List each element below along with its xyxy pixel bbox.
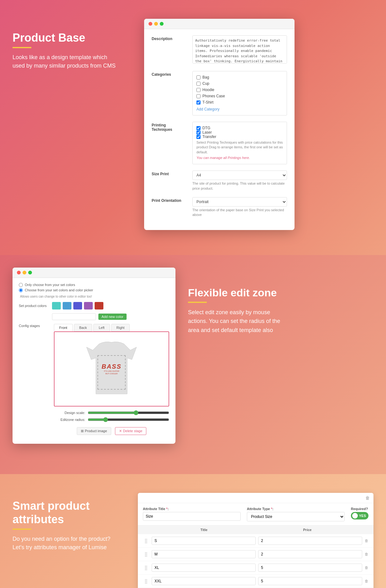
smart-text: Smart product attributes Do you need an … xyxy=(13,493,125,552)
row-m-title-input[interactable] xyxy=(152,550,256,558)
drag-handle-m[interactable]: ⣿ xyxy=(143,552,149,557)
table-row-xl: ⣿ 🗑 xyxy=(138,561,373,575)
size-print-row: Size Print A4 The site of product for pr… xyxy=(152,171,287,191)
bass-text: BASS IT'S LIKE GUITARBUT COOLER xyxy=(102,363,122,375)
print-orientation-select[interactable]: Portrait xyxy=(192,197,287,207)
color-text-input[interactable] xyxy=(52,313,96,320)
printing-transfer[interactable]: Transfer xyxy=(196,135,283,139)
browser-dot-green xyxy=(160,22,164,26)
required-label: Required? xyxy=(351,507,368,511)
tab-front[interactable]: Front xyxy=(54,324,73,331)
times-icon: ✕ xyxy=(119,429,122,433)
flexible-desc: Select edit zone easily by mouse actions… xyxy=(188,308,288,335)
editzone-radius-label: Editzone radius: xyxy=(54,418,85,422)
printing-laser[interactable]: Laser xyxy=(196,130,283,135)
attr-type-select[interactable]: Product Size xyxy=(247,512,345,521)
row-xl-price-input[interactable] xyxy=(258,564,362,572)
config-browser: Only choose from your set colors Choose … xyxy=(13,268,175,444)
row-m-price-input[interactable] xyxy=(258,550,362,558)
smart-underline xyxy=(13,529,31,530)
attr-type-label: Attribute Type *: xyxy=(247,507,345,511)
attr-title-label: Attribute Title *: xyxy=(143,507,241,511)
printing-dtg[interactable]: DTG xyxy=(196,126,283,130)
tshirt-image: BASS IT'S LIKE GUITARBUT COOLER xyxy=(86,341,137,397)
trash-icon-m[interactable]: 🗑 xyxy=(365,552,368,556)
description-field: Authoritatively redefine error-free tota… xyxy=(192,35,287,65)
category-phones-case[interactable]: Phones Case xyxy=(196,94,283,98)
description-label: Description xyxy=(152,35,186,41)
bass-sub: IT'S LIKE GUITARBUT COOLER xyxy=(102,370,122,375)
section-product-base: Product Base Looks like as a design temp… xyxy=(0,0,386,255)
attr-title-input[interactable] xyxy=(143,512,241,521)
color-swatch-teal[interactable] xyxy=(52,302,61,309)
browser-dot-yellow2 xyxy=(23,271,26,274)
toggle-knob xyxy=(352,513,358,519)
required-toggle[interactable]: YES xyxy=(351,512,368,519)
drag-handle-xxl[interactable]: ⣿ xyxy=(143,579,149,584)
category-cup[interactable]: Cup xyxy=(196,81,283,86)
product-image-button[interactable]: ⊞ Product image xyxy=(77,427,111,435)
description-textarea[interactable]: Authoritatively redefine error-free tota… xyxy=(192,35,287,64)
tab-right[interactable]: Right xyxy=(111,324,130,331)
print-orientation-label: Print Orientation xyxy=(152,197,186,203)
print-orientation-hint: The orientation of the paper base on Siz… xyxy=(192,208,287,217)
config-stages-content: Front Back Left Right xyxy=(54,324,169,436)
attributes-panels: 🗑 Attribute Title *: Attribute Type *: xyxy=(138,493,373,588)
trash-icon[interactable]: 🗑 xyxy=(365,495,370,500)
trash-icon-s[interactable]: 🗑 xyxy=(365,539,368,543)
section-smart: Smart product attributes Do you need an … xyxy=(0,474,386,588)
radio-set-colors[interactable]: Only choose from your set colors xyxy=(19,283,169,287)
stages-tabs: Front Back Left Right xyxy=(54,324,169,331)
product-base-underline xyxy=(13,47,31,48)
row-xxl-title-input[interactable] xyxy=(152,577,256,585)
size-print-hint: The site of product for printing. This v… xyxy=(192,181,287,191)
category-tshirt[interactable]: T-Shirt xyxy=(196,100,283,105)
table-row-s: ⣿ 🗑 xyxy=(138,534,373,548)
attr-fields-row: Attribute Title *: Attribute Type *: Pro… xyxy=(138,503,373,525)
product-base-text: Product Base Looks like as a design temp… xyxy=(13,19,132,70)
printing-field: DTG Laser Transfer Select Printing Techn… xyxy=(192,122,287,164)
radio-hint: Allows users can change to other color i… xyxy=(19,295,169,298)
radio-group: Only choose from your set colors Choose … xyxy=(19,283,169,292)
colors-label: Set product colors xyxy=(19,304,50,308)
color-swatch-blue[interactable] xyxy=(63,302,71,309)
row-xxl-price-input[interactable] xyxy=(258,577,362,585)
tshirt-preview: BASS IT'S LIKE GUITARBUT COOLER xyxy=(54,331,169,406)
drag-handle-xl[interactable]: ⣿ xyxy=(143,565,149,570)
toggle-label: YES xyxy=(359,514,366,518)
colors-row: Set product colors xyxy=(19,302,169,309)
color-swatch-indigo[interactable] xyxy=(73,302,82,309)
row-xl-title-input[interactable] xyxy=(152,564,256,572)
browser-window-middle: Only choose from your set colors Choose … xyxy=(13,268,175,444)
drag-handle-s[interactable]: ⣿ xyxy=(143,538,149,543)
radio-color-picker[interactable]: Choose from your set colors and color pi… xyxy=(19,288,169,292)
grid-icon: ⊞ xyxy=(81,429,84,433)
row-s-price-input[interactable] xyxy=(258,537,362,545)
size-print-label: Size Print xyxy=(152,171,186,176)
print-orientation-field: Portrait The orientation of the paper ba… xyxy=(192,197,287,217)
tab-left[interactable]: Left xyxy=(93,324,110,331)
printing-link[interactable]: You can manage all Printings here. xyxy=(196,156,250,160)
add-category-link[interactable]: Add Category xyxy=(196,107,283,111)
size-print-select[interactable]: A4 xyxy=(192,171,287,180)
col-price-header: Price xyxy=(256,528,359,532)
category-bag[interactable]: Bag xyxy=(196,75,283,79)
table-row-xxl: ⣿ 🗑 xyxy=(138,575,373,588)
printing-label: Printing Techniques xyxy=(152,122,186,132)
category-hoodie[interactable]: Hoodie xyxy=(196,88,283,92)
browser-dot-yellow xyxy=(154,22,158,26)
editzone-radius-slider[interactable] xyxy=(88,417,169,422)
tab-back[interactable]: Back xyxy=(74,324,92,331)
browser-titlebar-middle xyxy=(13,268,175,278)
trash-icon-xxl[interactable]: 🗑 xyxy=(365,579,368,583)
add-color-button[interactable]: Add new color xyxy=(98,314,127,320)
design-scale-row: Design scale: xyxy=(54,410,169,415)
delete-stage-button[interactable]: ✕ Delete stage xyxy=(115,427,147,435)
flexible-title: Flexible edit zone xyxy=(188,286,288,299)
color-swatch-purple[interactable] xyxy=(84,302,93,309)
row-s-title-input[interactable] xyxy=(152,537,256,545)
color-swatch-red[interactable] xyxy=(95,302,103,309)
design-scale-slider[interactable] xyxy=(88,410,169,415)
trash-icon-xl[interactable]: 🗑 xyxy=(365,565,368,570)
browser-titlebar-top xyxy=(144,19,295,29)
